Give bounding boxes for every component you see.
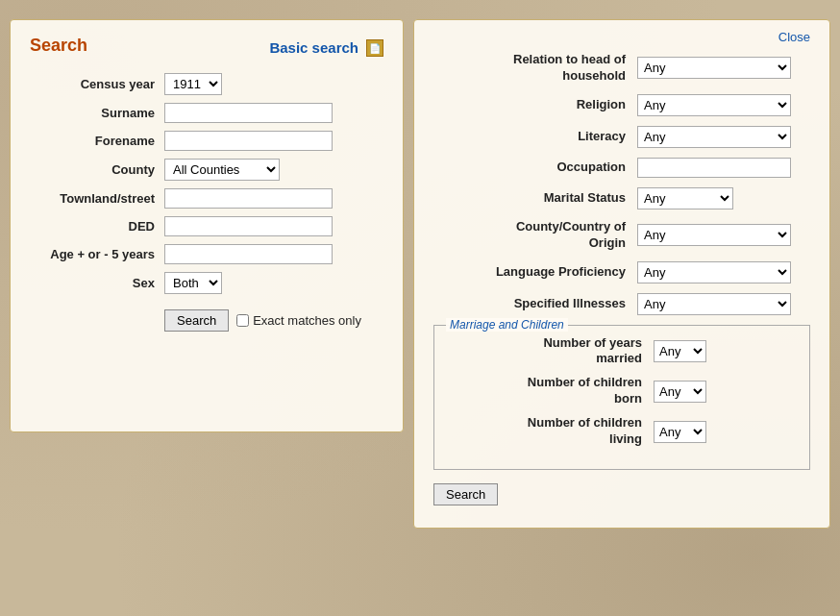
townland-row: Townland/street [30, 188, 383, 209]
forename-label: Forename [30, 134, 155, 148]
illnesses-select[interactable]: Any [637, 293, 791, 315]
close-link[interactable]: Close [433, 30, 810, 44]
children-living-label: Number of childrenliving [450, 415, 642, 448]
illnesses-label: Specified Illnesses [433, 296, 626, 312]
county-select[interactable]: All Counties Antrim Cork Dublin Galway [164, 159, 280, 181]
language-label: Language Proficiency [433, 264, 626, 281]
age-input[interactable] [164, 244, 333, 264]
panel-title: Search [30, 36, 87, 56]
relation-select[interactable]: Any [637, 57, 791, 79]
exact-matches-label[interactable]: Exact matches only [236, 313, 361, 328]
book-icon: 📄 [366, 39, 383, 57]
county-origin-row: County/Country ofOrigin Any [433, 219, 810, 252]
children-born-label: Number of childrenborn [450, 375, 642, 407]
relation-label: Relation to head ofhousehold [433, 52, 626, 85]
right-search-row: Search [433, 483, 810, 505]
occupation-row: Occupation [433, 158, 810, 178]
years-married-label: Number of yearsmarried [450, 335, 642, 368]
forename-row: Forename [30, 131, 383, 151]
left-search-button[interactable]: Search [164, 309, 229, 332]
townland-input[interactable] [164, 188, 333, 209]
sex-row: Sex Both Male Female [30, 272, 383, 294]
age-row: Age + or - 5 years [30, 244, 383, 264]
children-born-row: Number of childrenborn Any [450, 375, 794, 407]
left-search-panel: Search Basic search 📄 Census year 1911 1… [10, 19, 404, 432]
literacy-label: Literacy [433, 129, 626, 145]
sex-select[interactable]: Both Male Female [164, 272, 222, 294]
years-married-select[interactable]: Any [654, 340, 706, 362]
literacy-select[interactable]: Any [637, 126, 791, 148]
marriage-box: Marriage and Children Number of yearsmar… [433, 325, 810, 470]
right-search-panel: Close Relation to head ofhousehold Any R… [413, 19, 830, 529]
marital-select[interactable]: Any [637, 187, 733, 209]
census-year-select[interactable]: 1911 1901 [164, 73, 222, 95]
forename-input[interactable] [164, 131, 333, 151]
ded-row: DED [30, 216, 383, 236]
occupation-label: Occupation [433, 160, 626, 176]
left-search-row: Search Exact matches only [30, 309, 383, 332]
surname-input[interactable] [164, 103, 333, 123]
ded-input[interactable] [164, 216, 333, 236]
county-label: County [30, 162, 155, 177]
religion-label: Religion [433, 97, 626, 113]
county-origin-select[interactable]: Any [637, 224, 791, 246]
right-search-button[interactable]: Search [433, 483, 498, 505]
relation-row: Relation to head ofhousehold Any [433, 52, 810, 85]
townland-label: Townland/street [30, 191, 155, 206]
exact-matches-checkbox[interactable] [236, 314, 249, 327]
marital-label: Marital Status [433, 190, 626, 207]
ded-label: DED [30, 219, 155, 234]
marital-row: Marital Status Any [433, 187, 810, 209]
age-label: Age + or - 5 years [30, 247, 155, 261]
language-row: Language Proficiency Any [433, 261, 810, 283]
census-year-row: Census year 1911 1901 [30, 73, 383, 95]
surname-label: Surname [30, 106, 155, 120]
literacy-row: Literacy Any [433, 126, 810, 148]
illnesses-row: Specified Illnesses Any [433, 293, 810, 315]
religion-select[interactable]: Any [637, 94, 791, 116]
basic-search-link[interactable]: Basic search 📄 [269, 39, 383, 57]
basic-search-label: Basic search [269, 39, 358, 56]
years-married-row: Number of yearsmarried Any [450, 335, 794, 368]
children-living-row: Number of childrenliving Any [450, 415, 794, 448]
occupation-input[interactable] [637, 158, 791, 178]
language-select[interactable]: Any [637, 261, 791, 283]
census-year-label: Census year [30, 77, 155, 91]
surname-row: Surname [30, 103, 383, 123]
children-born-select[interactable]: Any [654, 381, 706, 403]
county-row: County All Counties Antrim Cork Dublin G… [30, 159, 383, 181]
children-living-select[interactable]: Any [654, 421, 706, 443]
marriage-box-legend: Marriage and Children [446, 318, 568, 332]
county-origin-label: County/Country ofOrigin [433, 219, 626, 252]
religion-row: Religion Any [433, 94, 810, 116]
sex-label: Sex [30, 276, 155, 290]
